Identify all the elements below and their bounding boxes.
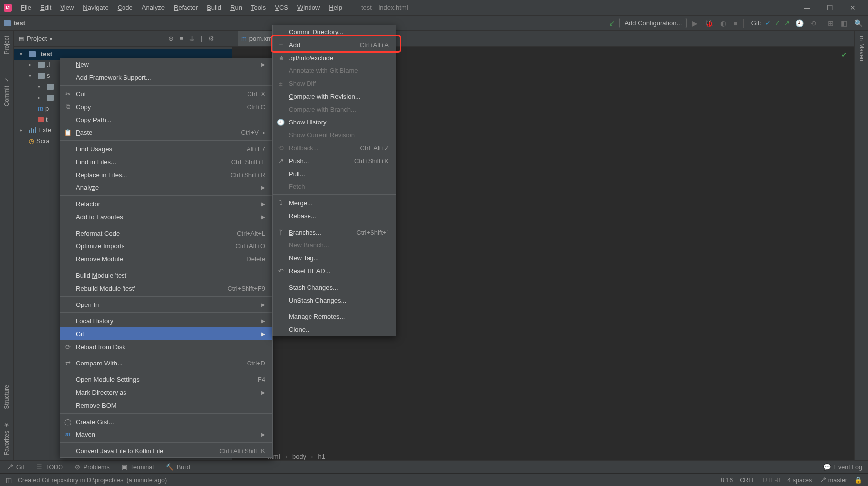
menu-view[interactable]: View <box>56 2 78 13</box>
menu-item-cut[interactable]: ✂CutCtrl+X <box>60 87 272 100</box>
favorites-tool-button[interactable]: Favorites★ <box>3 422 10 455</box>
project-tool-button[interactable]: Project <box>3 36 10 54</box>
menu-item-git[interactable]: Git▶ <box>60 327 272 340</box>
menu-item-mark-directory-as[interactable]: Mark Directory as▶ <box>60 386 272 399</box>
menu-item-reset-head[interactable]: ↶Reset HEAD... <box>273 264 396 277</box>
menu-run[interactable]: Run <box>226 2 246 13</box>
menu-item-add-framework-support[interactable]: Add Framework Support... <box>60 71 272 84</box>
menu-item-find-in-files[interactable]: Find in Files...Ctrl+Shift+F <box>60 155 272 168</box>
menu-item-remove-module[interactable]: Remove ModuleDelete <box>60 252 272 265</box>
menu-analyze[interactable]: Analyze <box>138 2 169 13</box>
git-push-icon[interactable]: ↗ <box>784 19 790 27</box>
todo-tool-button[interactable]: ☰TODO <box>36 463 63 471</box>
git-branch[interactable]: ⎇ master <box>819 476 847 484</box>
menu-item-new[interactable]: New▶ <box>60 58 272 71</box>
file-encoding[interactable]: UTF-8 <box>763 477 780 484</box>
menu-window[interactable]: Window <box>293 2 324 13</box>
terminal-tool-button[interactable]: ▣Terminal <box>122 463 154 471</box>
menu-item-analyze[interactable]: Analyze▶ <box>60 181 272 194</box>
menu-item-merge[interactable]: ⤵Merge... <box>273 196 396 209</box>
indent-setting[interactable]: 4 spaces <box>787 477 812 484</box>
menu-item-copy[interactable]: ⧉CopyCtrl+C <box>60 100 272 113</box>
commit-tool-button[interactable]: Commit✓ <box>3 76 10 106</box>
editor-breadcrumb[interactable]: html› body› h1 <box>268 453 325 460</box>
breadcrumb-root[interactable]: test <box>14 19 25 27</box>
menu-item-manage-remotes[interactable]: Manage Remotes... <box>273 310 396 323</box>
menu-tools[interactable]: Tools <box>247 2 270 13</box>
git-tool-button[interactable]: ⎇Git <box>6 463 24 471</box>
menu-item-find-usages[interactable]: Find UsagesAlt+F7 <box>60 142 272 155</box>
menu-build[interactable]: Build <box>203 2 225 13</box>
menu-help[interactable]: Help <box>325 2 346 13</box>
close-button[interactable]: ✕ <box>845 4 860 12</box>
menu-item-show-history[interactable]: 🕘Show History <box>273 116 396 128</box>
menu-item-local-history[interactable]: Local History▶ <box>60 314 272 327</box>
settings-icon[interactable]: ⚙ <box>208 35 214 42</box>
menu-item-pull[interactable]: Pull... <box>273 167 396 180</box>
menu-item-maven[interactable]: mMaven▶ <box>60 428 272 441</box>
menu-item-create-gist[interactable]: ◯Create Gist... <box>60 415 272 428</box>
caret-position[interactable]: 8:16 <box>721 477 733 484</box>
git-update-icon[interactable]: ✓ <box>765 19 771 27</box>
crumb[interactable]: body <box>292 453 306 460</box>
menu-item-reload-from-disk[interactable]: ⟳Reload from Disk <box>60 340 272 353</box>
menu-item-add[interactable]: ＋AddCtrl+Alt+A <box>273 38 396 51</box>
menu-item-stash-changes[interactable]: Stash Changes... <box>273 281 396 294</box>
menu-item-reformat-code[interactable]: Reformat CodeCtrl+Alt+L <box>60 227 272 240</box>
menu-edit[interactable]: Edit <box>36 2 55 13</box>
menu-item-copy-path[interactable]: Copy Path... <box>60 113 272 126</box>
inspection-ok-icon[interactable]: ✔ <box>841 51 847 59</box>
crumb[interactable]: h1 <box>318 453 325 460</box>
maximize-button[interactable]: ☐ <box>822 4 837 12</box>
search-icon[interactable]: 🔍 <box>853 19 864 27</box>
menu-item-unstash-changes[interactable]: UnStash Changes... <box>273 294 396 306</box>
menu-item-add-to-favorites[interactable]: Add to Favorites▶ <box>60 210 272 223</box>
menu-item-clone[interactable]: Clone... <box>273 323 396 336</box>
editor-tab-pom[interactable]: m pom.xm <box>238 31 275 46</box>
structure-icon[interactable]: ⊞ <box>826 19 835 27</box>
menu-item-compare-with[interactable]: ⇄Compare With...Ctrl+D <box>60 357 272 369</box>
collapse-icon[interactable]: ⇊ <box>189 35 195 42</box>
menu-item-optimize-imports[interactable]: Optimize ImportsCtrl+Alt+O <box>60 240 272 252</box>
menu-vcs[interactable]: VCS <box>271 2 292 13</box>
menu-item-compare-with-revision[interactable]: Compare with Revision... <box>273 90 396 103</box>
menu-item-git-info-exclude[interactable]: 🗎.git/info/exclude <box>273 51 396 64</box>
menu-navigate[interactable]: Navigate <box>79 2 112 13</box>
menu-item-open-module-settings[interactable]: Open Module SettingsF4 <box>60 373 272 386</box>
add-configuration-button[interactable]: Add Configuration... <box>619 18 687 28</box>
menu-item-rebuild-module-test[interactable]: Rebuild Module 'test'Ctrl+Shift+F9 <box>60 282 272 295</box>
menu-item-build-module-test[interactable]: Build Module 'test' <box>60 269 272 282</box>
history-icon[interactable]: 🕘 <box>794 19 805 27</box>
tool-window-toggle-icon[interactable]: ◫ <box>6 476 12 484</box>
menu-item-push[interactable]: ↗Push...Ctrl+Shift+K <box>273 154 396 167</box>
lock-icon[interactable]: 🔒 <box>854 476 862 484</box>
build-icon[interactable]: ↙ <box>609 19 615 28</box>
layout-icon[interactable]: ◧ <box>839 19 849 27</box>
menu-item-paste[interactable]: 📋PasteCtrl+V▸ <box>60 126 272 139</box>
menu-code[interactable]: Code <box>114 2 137 13</box>
problems-tool-button[interactable]: ⊘Problems <box>75 463 110 471</box>
project-view-dropdown[interactable]: Project ▼ <box>27 35 53 42</box>
menu-item-remove-bom[interactable]: Remove BOM <box>60 399 272 412</box>
menu-item-open-in[interactable]: Open In▶ <box>60 298 272 311</box>
menu-refactor[interactable]: Refactor <box>170 2 202 13</box>
menu-item-convert-java-file-to-kotlin-file[interactable]: Convert Java File to Kotlin FileCtrl+Alt… <box>60 444 272 457</box>
target-icon[interactable]: ⊕ <box>168 35 174 42</box>
event-log-button[interactable]: 💬Event Log <box>823 463 862 471</box>
line-separator[interactable]: CRLF <box>740 477 756 484</box>
menu-item-replace-in-files[interactable]: Replace in Files...Ctrl+Shift+R <box>60 168 272 181</box>
menu-file[interactable]: File <box>17 2 35 13</box>
menu-item-new-tag[interactable]: New Tag... <box>273 251 396 264</box>
menu-item-rebase[interactable]: Rebase... <box>273 209 396 222</box>
menu-item-branches[interactable]: ᛉBranches...Ctrl+Shift+` <box>273 226 396 239</box>
structure-tool-button[interactable]: Structure <box>3 385 10 409</box>
rollback-icon[interactable]: ⟲ <box>809 19 818 27</box>
menu-item-refactor[interactable]: Refactor▶ <box>60 197 272 210</box>
git-commit-icon[interactable]: ✓ <box>775 19 780 27</box>
expand-icon[interactable]: ≡ <box>180 35 184 42</box>
hide-icon[interactable]: — <box>220 35 227 42</box>
minimize-button[interactable]: — <box>800 4 814 12</box>
build-tool-button[interactable]: 🔨Build <box>166 463 190 471</box>
maven-tool-button[interactable]: mMaven <box>858 36 865 61</box>
menu-item-commit-directory[interactable]: Commit Directory... <box>273 25 396 38</box>
